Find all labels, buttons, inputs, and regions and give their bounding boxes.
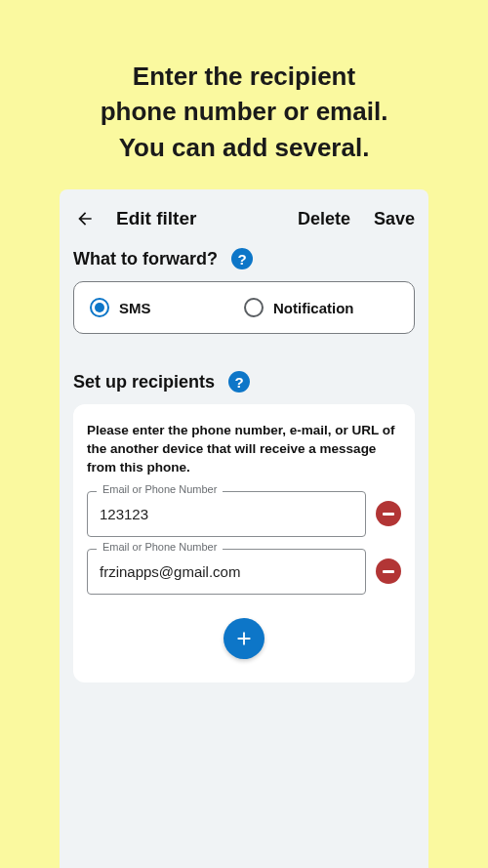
forward-section: What to forward? ? SMS Notification bbox=[60, 244, 428, 334]
promo-line: You can add several. bbox=[119, 133, 370, 162]
recipient-field-wrap: Email or Phone Number bbox=[87, 491, 366, 537]
remove-recipient-button[interactable] bbox=[376, 558, 401, 584]
recipients-card: Please enter the phone number, e-mail, o… bbox=[73, 404, 415, 682]
add-recipient-button[interactable] bbox=[224, 618, 264, 659]
forward-radio-group: SMS Notification bbox=[90, 298, 398, 317]
minus-icon bbox=[383, 513, 394, 516]
recipient-input[interactable] bbox=[87, 491, 366, 537]
field-label: Email or Phone Number bbox=[97, 541, 223, 553]
recipients-title: Set up recipients bbox=[73, 372, 215, 393]
promo-heading: Enter the recipient phone number or emai… bbox=[61, 59, 427, 165]
forward-title: What to forward? bbox=[73, 249, 218, 269]
back-button[interactable] bbox=[73, 207, 97, 230]
delete-button[interactable]: Delete bbox=[298, 209, 350, 229]
question-icon: ? bbox=[234, 374, 243, 391]
recipients-header: Set up recipients ? bbox=[73, 371, 415, 393]
forward-card: SMS Notification bbox=[73, 281, 415, 334]
app-bar: Edit filter Delete Save bbox=[60, 189, 428, 244]
promo-line: Enter the recipient bbox=[133, 62, 355, 91]
remove-recipient-button[interactable] bbox=[376, 501, 401, 526]
recipient-row: Email or Phone Number bbox=[87, 549, 401, 595]
radio-notification[interactable]: Notification bbox=[244, 298, 398, 317]
field-label: Email or Phone Number bbox=[97, 483, 223, 495]
radio-sms-label: SMS bbox=[119, 300, 151, 316]
recipient-row: Email or Phone Number bbox=[87, 491, 401, 537]
plus-icon bbox=[233, 628, 255, 649]
help-forward-button[interactable]: ? bbox=[231, 248, 253, 269]
recipients-section: Set up recipients ? Please enter the pho… bbox=[60, 367, 428, 682]
arrow-left-icon bbox=[75, 209, 95, 228]
recipients-instruction: Please enter the phone number, e-mail, o… bbox=[87, 422, 401, 477]
help-recipients-button[interactable]: ? bbox=[228, 371, 250, 393]
app-screen: Edit filter Delete Save What to forward?… bbox=[60, 189, 428, 868]
radio-icon bbox=[90, 298, 109, 317]
recipient-field-wrap: Email or Phone Number bbox=[87, 549, 366, 595]
radio-sms[interactable]: SMS bbox=[90, 298, 244, 317]
add-row bbox=[87, 618, 401, 659]
recipient-input[interactable] bbox=[87, 549, 366, 595]
promo-line: phone number or email. bbox=[101, 97, 388, 126]
radio-icon bbox=[244, 298, 264, 317]
radio-notification-label: Notification bbox=[273, 300, 354, 316]
save-button[interactable]: Save bbox=[374, 209, 415, 229]
forward-header: What to forward? ? bbox=[73, 248, 415, 269]
page-title: Edit filter bbox=[116, 208, 274, 229]
question-icon: ? bbox=[237, 251, 246, 268]
minus-icon bbox=[383, 570, 394, 573]
